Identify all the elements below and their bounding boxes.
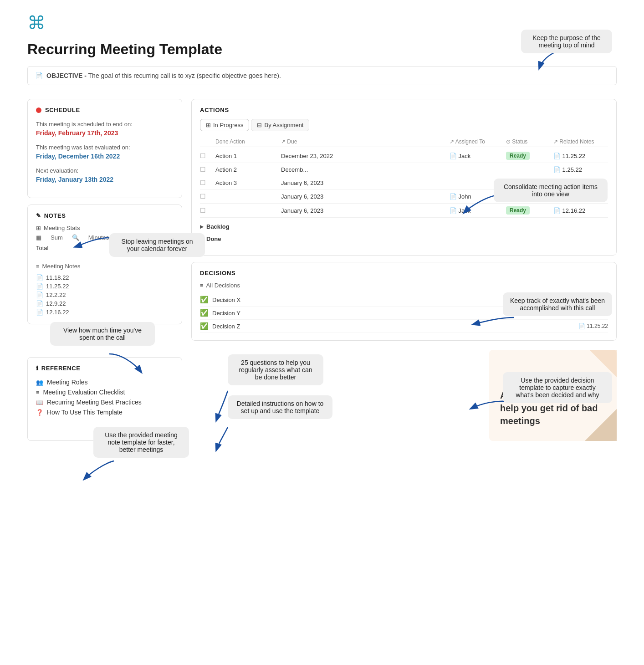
decision-label-3: Decision Z	[212, 323, 240, 330]
objective-label: OBJECTIVE -	[46, 72, 87, 79]
tab-in-progress[interactable]: ⊞ In Progress	[200, 119, 249, 131]
stats-total: Total 191	[36, 243, 174, 253]
actions-tabs: ⊞ In Progress ⊟ By Assignment	[200, 119, 608, 131]
filter-label: All Decisions	[206, 282, 240, 289]
minutes-icon: 🔍	[72, 234, 79, 241]
checklist-icon: ≡	[36, 389, 40, 396]
table-row[interactable]: ☐ January 6, 2023 📄 Jack Ready 📄 12.16.2…	[200, 204, 608, 218]
ref-item-roles[interactable]: 👥 Meeting Roles	[36, 377, 174, 387]
decision-check-2: ✅	[200, 309, 209, 317]
row2-check[interactable]: ☐	[200, 166, 214, 173]
table-row[interactable]: ☐ Action 3 January 6, 2023 📄 12.2.22	[200, 176, 608, 189]
notes-box: ✎ NOTES ⊞ Meeting Stats ▦ Sum 🔍 Minutes …	[27, 205, 182, 324]
decision-notes-3[interactable]: 📄 11.25.22	[578, 323, 608, 329]
meeting-notes-subheader: ≡ Meeting Notes	[36, 263, 174, 270]
actions-table-header: Done Action ↗ Due ↗ Assigned To ⊙ Status…	[200, 137, 608, 147]
row5-due: January 6, 2023	[281, 207, 448, 214]
row5-notes[interactable]: 📄 12.16.22	[553, 207, 608, 214]
row3-check[interactable]: ☐	[200, 179, 214, 186]
row2-notes[interactable]: 📄 1.25.22	[553, 166, 608, 173]
actions-header: ACTIONS	[200, 107, 608, 113]
decision-row-3[interactable]: ✅ Decision Z 📄 11.25.22	[200, 320, 608, 333]
col-due-header: ↗ Due	[281, 138, 448, 145]
decision-check-3: ✅	[200, 322, 209, 330]
row1-notes[interactable]: 📄 11.25.22	[553, 153, 608, 159]
table-row[interactable]: ☐ Action 1 December 23, 2022 📄 Jack Read…	[200, 149, 608, 163]
note-file-1[interactable]: 📄 11.18.22	[36, 273, 174, 282]
decision-notes-1[interactable]: 📄 11.25.22	[578, 297, 608, 303]
ref-item-best-practices[interactable]: 📖 Recurring Meeting Best Practices	[36, 397, 174, 407]
file-icon-4: 📄	[36, 300, 43, 307]
minutes-label: Minutes Spent	[88, 234, 126, 241]
tooltip-25-questions: 25 questions to help you regularly asses…	[228, 354, 323, 385]
row4-check[interactable]: ☐	[200, 193, 214, 200]
col-status-header: ⊙ Status	[506, 138, 552, 145]
note-files-list: 📄 11.18.22 📄 11.25.22 📄 12.2.22 📄 12.9.2…	[36, 273, 174, 317]
row4-assigned: 📄 John	[450, 193, 504, 200]
row4-due: January 6, 2023	[281, 193, 448, 200]
row5-check[interactable]: ☐	[200, 207, 214, 214]
file-icon-2: 📄	[36, 283, 43, 290]
reference-box: ℹ REFERENCE 👥 Meeting Roles ≡ Meeting Ev…	[27, 357, 182, 441]
page-title: Recurring Meeting Template	[27, 41, 617, 58]
note-file-4[interactable]: 📄 12.9.22	[36, 299, 174, 308]
row2-name: Action 2	[215, 166, 279, 173]
row3-name: Action 3	[215, 179, 279, 186]
row1-check[interactable]: ☐	[200, 152, 214, 159]
meeting-stats-label: Meeting Stats	[44, 225, 80, 231]
table-row[interactable]: ☐ Action 2 Decemb... 📄 1.25.22	[200, 163, 608, 176]
ref-item-checklist[interactable]: ≡ Meeting Evaluation Checklist	[36, 387, 174, 397]
objective-icon: 📄	[35, 72, 43, 79]
svg-marker-0	[585, 409, 617, 441]
done-label: Done	[206, 235, 221, 242]
tab-by-assignment[interactable]: ⊟ By Assignment	[251, 119, 309, 131]
note-file-5[interactable]: 📄 12.16.22	[36, 308, 174, 317]
decisions-header: DECISIONS	[200, 270, 608, 276]
end-label: This meeting is scheduled to end on:	[36, 121, 174, 128]
sum-label: Sum	[51, 234, 63, 241]
row4-notes[interactable]: 📄 12.16.22	[553, 193, 608, 200]
done-row[interactable]: ▶ Done	[200, 234, 608, 244]
table-row[interactable]: ☐ January 6, 2023 📄 John Ready 📄 12.16.2…	[200, 189, 608, 204]
how-to-icon: ❓	[36, 409, 43, 416]
decision-row-2[interactable]: ✅ Decision Y 📄 11.25.22	[200, 307, 608, 320]
row1-assigned: 📄 Jack	[450, 153, 504, 159]
roles-label: Meeting Roles	[47, 379, 88, 386]
objective-bar: 📄 OBJECTIVE - The goal of this recurring…	[27, 66, 617, 85]
schedule-box: SCHEDULE This meeting is scheduled to en…	[27, 99, 182, 198]
decision-label-2: Decision Y	[212, 310, 240, 317]
col-assigned-header: ↗ Assigned To	[450, 138, 504, 145]
note-file-2[interactable]: 📄 11.25.22	[36, 282, 174, 291]
best-practices-icon: 📖	[36, 399, 43, 406]
reference-header-label: REFERENCE	[41, 365, 81, 372]
in-progress-icon: ⊞	[206, 122, 211, 128]
ref-item-how-to[interactable]: ❓ How To Use This Template	[36, 407, 174, 417]
sum-icon: ▦	[36, 234, 41, 241]
row1-name: Action 1	[215, 153, 279, 159]
row1-status: Ready	[506, 152, 552, 160]
next-value: Friday, January 13th 2022	[36, 176, 174, 183]
backlog-row[interactable]: ▶ Backlog	[200, 221, 608, 232]
decisions-filter[interactable]: ≡ All Decisions	[200, 282, 608, 289]
schedule-dot	[36, 107, 41, 113]
decision-row-1[interactable]: ✅ Decision X 📄 11.25.22	[200, 293, 608, 307]
row3-notes[interactable]: 📄 12.2.22	[553, 179, 608, 186]
stamp-card: A template designed to help you get rid …	[489, 350, 617, 441]
schedule-header-label: SCHEDULE	[45, 107, 80, 113]
roles-icon: 👥	[36, 379, 43, 386]
backlog-triangle: ▶	[200, 224, 204, 229]
meeting-notes-label: Meeting Notes	[42, 263, 81, 270]
backlog-label: Backlog	[206, 223, 230, 230]
meeting-notes-list-icon: ≡	[36, 263, 40, 270]
last-value: Friday, December 16th 2022	[36, 153, 174, 160]
next-label: Next evaluation:	[36, 167, 174, 174]
meeting-stats-icon: ⊞	[36, 225, 41, 231]
reference-info-icon: ℹ	[36, 365, 39, 372]
note-file-3[interactable]: 📄 12.2.22	[36, 291, 174, 299]
decision-notes-2[interactable]: 📄 11.25.22	[578, 310, 608, 316]
last-label: This meeting was last evaluated on:	[36, 144, 174, 151]
total-value: 191	[164, 245, 174, 251]
backlog-done-section: ▶ Backlog ▶ Done	[200, 218, 608, 248]
col-check-header	[200, 138, 214, 145]
by-assignment-icon: ⊟	[257, 122, 262, 128]
